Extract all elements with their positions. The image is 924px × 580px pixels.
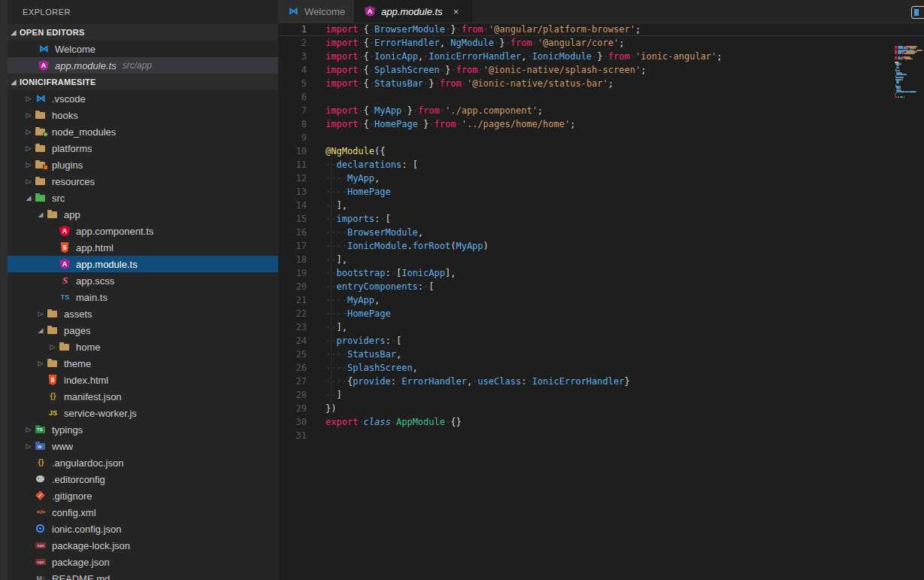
tree-item-assets[interactable]: ▷assets	[8, 305, 278, 322]
tree-item-app-html[interactable]: 5app.html	[8, 239, 278, 256]
tree-item-app-module-ts[interactable]: Aapp.module.ts	[8, 256, 278, 272]
code-line-29[interactable]: 29})	[278, 402, 924, 415]
tree-item-src[interactable]: ◢src	[8, 190, 278, 206]
tree-item-resources[interactable]: ▷resources	[8, 173, 278, 190]
minimap[interactable]	[895, 46, 924, 106]
tree-item-home[interactable]: ▷home	[8, 339, 278, 355]
line-number[interactable]: 21	[278, 293, 307, 307]
tab-app-module-ts[interactable]: Aapp.module.ts×	[355, 0, 472, 23]
line-number[interactable]: 23	[278, 320, 307, 334]
code-line-20[interactable]: 20··entryComponents:·[	[278, 280, 924, 293]
line-number[interactable]: 20	[278, 280, 307, 293]
line-number[interactable]: 28	[278, 388, 307, 402]
code-line-2[interactable]: 2import·{·ErrorHandler,·NgModule·}·from·…	[278, 36, 924, 50]
code-line-23[interactable]: 23··],	[278, 320, 924, 334]
code-line-17[interactable]: 17····IonicModule.forRoot(MyApp)	[278, 239, 924, 253]
code-line-18[interactable]: 18··],	[278, 253, 924, 266]
tree-item-app[interactable]: ◢app	[8, 206, 278, 223]
tree-item-config-xml[interactable]: </>config.xml	[8, 504, 278, 521]
line-number[interactable]: 27	[278, 375, 307, 388]
code-line-10[interactable]: 10@NgModule({	[278, 144, 924, 158]
tree-item--vscode[interactable]: ▷⋈.vscode	[8, 90, 278, 107]
code-line-26[interactable]: 26····SplashScreen,	[278, 361, 924, 375]
line-number[interactable]: 22	[278, 307, 307, 320]
line-number[interactable]: 16	[278, 226, 307, 239]
code-line-6[interactable]: 6	[278, 90, 924, 104]
tree-item--editorconfig[interactable]: .editorconfig	[8, 471, 278, 487]
line-number[interactable]: 31	[278, 429, 307, 442]
code-line-19[interactable]: 19··bootstrap:·[IonicApp],	[278, 266, 924, 280]
code-line-11[interactable]: 11··declarations:·[	[278, 158, 924, 172]
code-line-25[interactable]: 25····StatusBar,	[278, 348, 924, 361]
tree-item-typings[interactable]: ▷TStypings	[8, 421, 278, 438]
code-line-4[interactable]: 4import·{·SplashScreen·}·from·'@ionic-na…	[278, 63, 924, 77]
tree-item-theme[interactable]: ▷theme	[8, 355, 278, 372]
tree-item-platforms[interactable]: ▷platforms	[8, 140, 278, 156]
code-line-8[interactable]: 8import·{·HomePage·}·from·'../pages/home…	[278, 117, 924, 131]
line-number[interactable]: 2	[278, 36, 307, 50]
line-number[interactable]: 6	[278, 90, 307, 104]
tree-item-manifest-json[interactable]: {}manifest.json	[8, 388, 278, 405]
line-number[interactable]: 30	[278, 415, 307, 429]
code-line-3[interactable]: 3import·{·IonicApp,·IonicErrorHandler,·I…	[278, 50, 924, 63]
line-number[interactable]: 17	[278, 239, 307, 253]
line-number[interactable]: 9	[278, 131, 307, 144]
tab-welcome[interactable]: ⋈Welcome	[278, 0, 355, 23]
code-line-22[interactable]: 22····HomePage	[278, 307, 924, 320]
line-number[interactable]: 19	[278, 266, 307, 280]
code-line-13[interactable]: 13····HomePage	[278, 185, 924, 199]
line-number[interactable]: 5	[278, 77, 307, 90]
tree-item-service-worker-js[interactable]: JSservice-worker.js	[8, 405, 278, 421]
tree-item-app-scss[interactable]: Sapp.scss	[8, 272, 278, 289]
code-line-14[interactable]: 14··],	[278, 199, 924, 212]
tree-item-plugins[interactable]: ▷plugins	[8, 156, 278, 173]
line-number[interactable]: 25	[278, 348, 307, 361]
code-line-9[interactable]: 9	[278, 131, 924, 144]
code-line-12[interactable]: 12····MyApp,	[278, 172, 924, 185]
line-number[interactable]: 13	[278, 185, 307, 199]
tree-item-ionic-config-json[interactable]: ionic.config.json	[8, 521, 278, 537]
open-editor-item[interactable]: Aapp.module.tssrc/app	[8, 57, 278, 74]
code-editor[interactable]: 1import·{·BrowserModule·}·from·'@angular…	[278, 23, 924, 580]
line-number[interactable]: 8	[278, 117, 307, 131]
tree-item-index-html[interactable]: 5index.html	[8, 372, 278, 388]
line-number[interactable]: 7	[278, 104, 307, 117]
line-number[interactable]: 10	[278, 144, 307, 158]
code-line-16[interactable]: 16····BrowserModule,	[278, 226, 924, 239]
code-line-1[interactable]: 1import·{·BrowserModule·}·from·'@angular…	[278, 23, 924, 36]
tree-item-main-ts[interactable]: TSmain.ts	[8, 289, 278, 305]
code-line-15[interactable]: 15··imports:·[	[278, 212, 924, 226]
line-number[interactable]: 15	[278, 212, 307, 226]
code-line-28[interactable]: 28··]	[278, 388, 924, 402]
code-line-30[interactable]: 30export·class·AppModule·{}	[278, 415, 924, 429]
line-number[interactable]: 29	[278, 402, 307, 415]
tree-item-hooks[interactable]: ▷hooks	[8, 107, 278, 123]
code-line-27[interactable]: 27····{provide:·ErrorHandler,·useClass:·…	[278, 375, 924, 388]
tree-item-node-modules[interactable]: ▷node_modules	[8, 123, 278, 140]
line-number[interactable]: 12	[278, 172, 307, 185]
line-number[interactable]: 26	[278, 361, 307, 375]
tree-item-package-lock-json[interactable]: npmpackage-lock.json	[8, 537, 278, 554]
code-line-24[interactable]: 24··providers:·[	[278, 334, 924, 348]
code-line-31[interactable]: 31	[278, 429, 924, 442]
line-number[interactable]: 18	[278, 253, 307, 266]
tree-item-www[interactable]: ▷wwww	[8, 438, 278, 454]
line-number[interactable]: 1	[278, 23, 307, 36]
line-number[interactable]: 3	[278, 50, 307, 63]
open-editor-item[interactable]: ⋈Welcome	[8, 41, 278, 57]
tree-item-readme-md[interactable]: M↓README.md	[8, 570, 278, 580]
tree-item-app-component-ts[interactable]: Aapp.component.ts	[8, 223, 278, 239]
project-section-header[interactable]: ◢ IONICIFRAMESITE	[8, 74, 278, 90]
tree-item--gitignore[interactable]: .gitignore	[8, 487, 278, 504]
code-line-7[interactable]: 7import·{·MyApp·}·from·'./app.component'…	[278, 104, 924, 117]
code-line-21[interactable]: 21····MyApp,	[278, 293, 924, 307]
editor-action-icon[interactable]	[911, 6, 924, 19]
close-tab-icon[interactable]: ×	[450, 6, 462, 17]
tree-item-pages[interactable]: ◢pages	[8, 322, 278, 339]
line-number[interactable]: 14	[278, 199, 307, 212]
line-number[interactable]: 4	[278, 63, 307, 77]
line-number[interactable]: 11	[278, 158, 307, 172]
line-number[interactable]: 24	[278, 334, 307, 348]
tree-item-package-json[interactable]: npmpackage.json	[8, 554, 278, 570]
tree-item--angulardoc-json[interactable]: {}.angulardoc.json	[8, 454, 278, 471]
